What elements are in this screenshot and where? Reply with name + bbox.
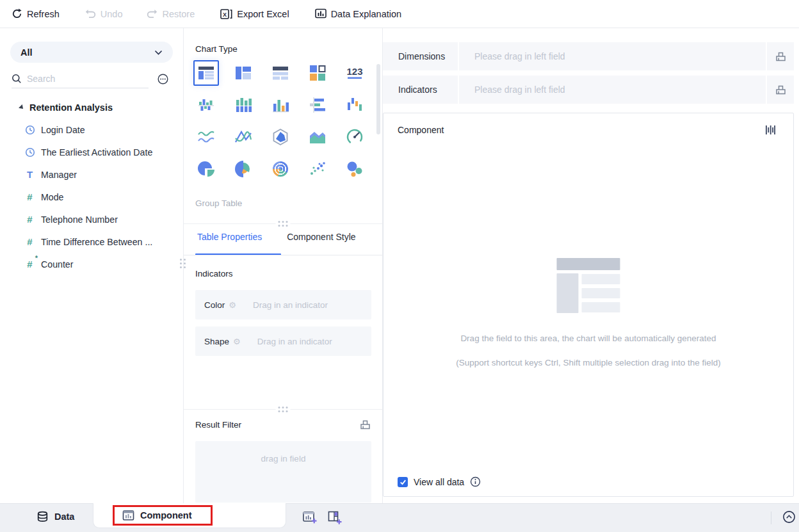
bar-chart-icon (309, 96, 327, 114)
clear-indicators-button[interactable] (767, 76, 794, 104)
drag-hint-line2: (Support shortcut keys Ctrl, Shift multi… (383, 358, 793, 367)
chart-type-bar[interactable] (305, 92, 330, 118)
clear-dimensions-button[interactable] (767, 42, 794, 70)
chart-type-bubble[interactable] (342, 156, 367, 182)
clear-filter-icon[interactable] (359, 419, 371, 431)
chart-type-grouped-bar[interactable] (193, 92, 219, 118)
number-field-icon: # (24, 191, 35, 202)
search-more-icon[interactable] (157, 74, 168, 85)
chart-type-radar[interactable] (268, 124, 293, 150)
component-card: Component Drag the field to this area, t… (383, 113, 794, 497)
table-scope-dropdown[interactable]: All (10, 42, 173, 63)
color-drop-zone[interactable]: Color ⚙ Drag in an indicator (195, 290, 371, 319)
group-table-icon (197, 64, 215, 82)
bottom-bar-divider (771, 512, 771, 524)
date-field-icon (24, 125, 35, 135)
field-item-counter[interactable]: #* Counter (0, 253, 184, 275)
chart-type-title: Chart Type (195, 44, 238, 54)
tree-expand-icon (19, 104, 25, 111)
selected-chart-label: Group Table (195, 198, 242, 208)
view-all-data-checkbox[interactable] (398, 477, 408, 487)
tab-table-properties[interactable]: Table Properties (197, 232, 262, 242)
date-field-icon (24, 147, 35, 157)
indicators-row: Indicators Please drag in left field (383, 76, 794, 104)
search-field[interactable] (12, 69, 149, 88)
search-input[interactable] (27, 74, 129, 84)
chart-type-waterfall[interactable] (342, 92, 367, 118)
divider-drag-handle[interactable] (276, 407, 291, 412)
add-grid-icon (327, 510, 343, 526)
field-tree: Retention Analysis Login Date The Earlie… (0, 96, 184, 275)
chart-type-kpi-card[interactable] (305, 60, 330, 86)
chart-type-grid: 123 (193, 60, 367, 182)
tab-component-style[interactable]: Component Style (287, 232, 355, 242)
add-dashboard-block-button[interactable] (327, 510, 343, 526)
color-placeholder: Drag in an indicator (253, 300, 328, 310)
chart-type-multilayer-pie[interactable] (268, 156, 293, 182)
indicators-drop-zone[interactable]: Please drag in left field (459, 76, 766, 104)
chart-type-rose-pie[interactable] (230, 156, 256, 182)
chart-type-column[interactable] (268, 92, 293, 118)
chart-type-indicator-123[interactable]: 123 (342, 60, 367, 86)
refresh-label: Refresh (27, 9, 60, 19)
chart-type-stacked-column[interactable] (230, 92, 256, 118)
calculated-number-field-icon: #* (24, 259, 35, 270)
field-label: Mode (41, 192, 64, 202)
refresh-button[interactable]: Refresh (12, 8, 60, 19)
indicators-section-title: Indicators (195, 269, 233, 278)
field-item-mode[interactable]: # Mode (0, 186, 184, 208)
empty-chart-placeholder-graphic (557, 258, 620, 313)
chart-type-combo-line[interactable] (230, 124, 256, 150)
clear-filter-icon (775, 84, 787, 96)
dimensions-drop-zone[interactable]: Please drag in left field (459, 42, 766, 70)
field-item-time-difference[interactable]: # Time Difference Between ... (0, 230, 184, 253)
grouped-bar-icon (197, 96, 215, 114)
chart-type-gauge[interactable] (342, 124, 367, 150)
chart-type-pie[interactable] (193, 156, 219, 182)
result-filter-placeholder: drag in field (261, 454, 306, 463)
multilayer-pie-icon (271, 160, 289, 178)
chart-type-group-table[interactable] (193, 60, 219, 86)
divider-drag-handle[interactable] (276, 221, 291, 227)
field-item-manager[interactable]: T Manager (0, 163, 184, 186)
chart-type-line[interactable] (193, 124, 219, 150)
field-label: Time Difference Between ... (41, 237, 152, 247)
export-excel-button[interactable]: X Export Excel (220, 8, 289, 20)
gear-icon[interactable]: ⚙ (229, 300, 236, 310)
area-chart-icon (309, 128, 327, 146)
field-item-telephone-number[interactable]: # Telephone Number (0, 208, 184, 230)
chart-type-scatter[interactable] (305, 156, 330, 182)
chevron-down-icon (154, 50, 163, 55)
field-group-retention-analysis[interactable]: Retention Analysis (0, 96, 184, 118)
restore-button[interactable]: Restore (147, 9, 195, 19)
check-icon (399, 479, 407, 485)
field-item-login-date[interactable]: Login Date (0, 118, 184, 141)
data-explanation-button[interactable]: Data Explanation (315, 8, 401, 19)
chart-type-detail-table[interactable] (230, 60, 256, 86)
chart-type-area[interactable] (305, 124, 330, 150)
add-component-button[interactable] (302, 510, 318, 526)
gear-icon[interactable]: ⚙ (233, 337, 241, 346)
refresh-icon (12, 8, 22, 19)
undo-label: Undo (101, 9, 123, 19)
restore-label: Restore (162, 9, 195, 19)
switch-chart-icon[interactable] (765, 125, 775, 135)
search-icon (12, 74, 22, 84)
chart-type-cross-table[interactable] (268, 60, 293, 86)
sidebar-resize-handle[interactable] (180, 259, 186, 268)
tab-component-active[interactable]: Component (93, 503, 286, 528)
collapse-panel-button[interactable] (782, 510, 796, 524)
info-icon[interactable] (470, 476, 481, 487)
result-filter-drop-zone[interactable]: drag in field (195, 441, 371, 503)
component-chart-icon (122, 510, 134, 521)
tab-data[interactable]: Data (36, 504, 74, 529)
drag-hint-line1: Drag the field to this area, the chart w… (383, 334, 793, 343)
cross-table-icon (271, 64, 289, 82)
undo-button[interactable]: Undo (85, 9, 123, 19)
panel-scrollbar[interactable] (376, 64, 380, 134)
field-group-label: Retention Analysis (29, 102, 113, 113)
tab-data-label: Data (54, 512, 74, 522)
shape-placeholder: Drag in an indicator (257, 337, 332, 346)
field-item-earliest-activation-date[interactable]: The Earliest Activation Date (0, 141, 184, 163)
shape-drop-zone[interactable]: Shape ⚙ Drag in an indicator (195, 326, 371, 356)
